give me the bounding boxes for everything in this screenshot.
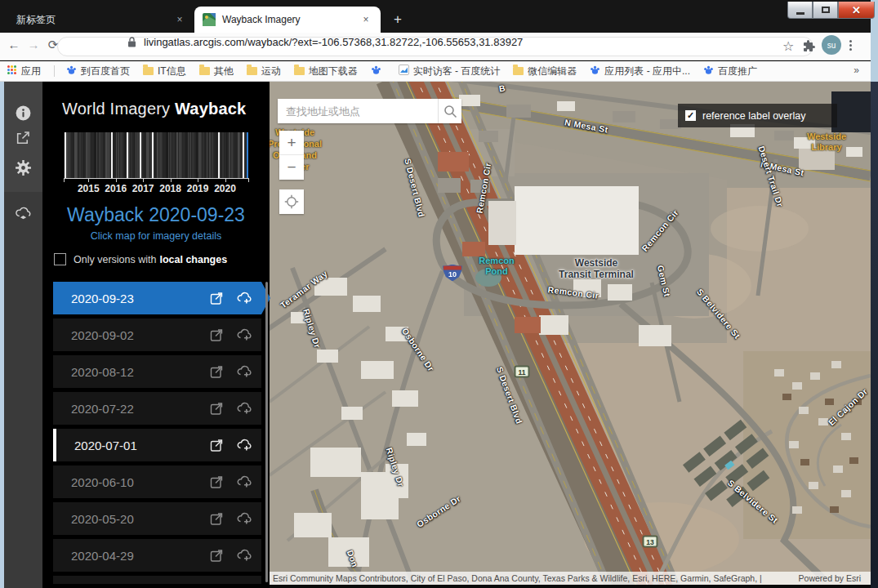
- bookmark-item-9[interactable]: 微信编辑器: [513, 65, 577, 78]
- version-list-item[interactable]: [53, 576, 261, 584]
- timeline-version-marker[interactable]: [140, 132, 141, 178]
- forward-button[interactable]: →: [25, 38, 42, 51]
- version-list-item[interactable]: 2020-04-29: [53, 539, 261, 572]
- close-icon: ✕: [852, 4, 861, 16]
- extensions-puzzle-icon[interactable]: [802, 40, 815, 53]
- open-item-icon[interactable]: [209, 474, 225, 490]
- timeline-year-labels: 201520162017201820192020: [64, 183, 248, 194]
- tab-strip: 新标签页 × Wayback Imagery × +: [8, 7, 408, 33]
- browser-menu-icon[interactable]: [849, 38, 853, 52]
- version-list-item[interactable]: 2020-08-12: [53, 355, 261, 388]
- street-label: Teramar Way: [279, 268, 329, 310]
- search-icon[interactable]: [438, 99, 461, 123]
- version-date: 2020-06-10: [53, 475, 134, 489]
- bookmark-item-5[interactable]: 运动: [247, 65, 281, 78]
- apps-grid-icon: [7, 65, 17, 75]
- tab-new-tab-page[interactable]: 新标签页 ×: [8, 7, 194, 33]
- timeline-axis: [64, 178, 248, 179]
- version-list-item[interactable]: 2020-05-20: [53, 502, 261, 535]
- bookmark-item-8[interactable]: 实时访客 - 百度统计: [399, 65, 501, 78]
- locate-button[interactable]: [279, 189, 304, 214]
- timeline-year-label: 2015: [78, 183, 100, 194]
- add-to-map-cloud-icon[interactable]: [236, 364, 252, 380]
- bookmark-item-11[interactable]: 百度推广: [703, 65, 757, 78]
- zoom-out-button[interactable]: −: [279, 155, 304, 180]
- arcgis-online-cloud-icon[interactable]: [15, 206, 32, 223]
- bookmarks-separator: [54, 65, 55, 77]
- tab-wayback-imagery[interactable]: Wayback Imagery ×: [194, 7, 381, 33]
- bookmark-item-2[interactable]: 到百度首页: [66, 65, 130, 78]
- version-list-item[interactable]: 2020-07-22: [53, 392, 261, 425]
- info-icon[interactable]: [15, 105, 32, 122]
- bookmark-label: IT信息: [158, 65, 186, 78]
- version-timeline[interactable]: [64, 132, 248, 178]
- back-button[interactable]: ←: [5, 38, 23, 51]
- url-text[interactable]: livingatlas.arcgis.com/wayback/?ext=-106…: [144, 37, 523, 48]
- sidebar-scrollbar[interactable]: [265, 282, 268, 582]
- version-list-item[interactable]: 2020-06-10: [53, 466, 261, 498]
- map-label-overlay: N Mesa StN Mesa StWestsideLibraryDesert …: [270, 82, 871, 588]
- add-to-map-cloud-icon[interactable]: [236, 548, 252, 564]
- minimize-button[interactable]: [787, 2, 813, 19]
- open-item-icon[interactable]: [209, 364, 225, 380]
- open-item-icon[interactable]: [209, 291, 225, 306]
- tab-close-icon[interactable]: ×: [173, 13, 186, 26]
- local-changes-filter[interactable]: Only versions withlocal changes: [54, 253, 227, 265]
- bookmark-item-10[interactable]: 应用列表 - 应用中...: [590, 65, 690, 78]
- street-label: Don: [345, 549, 361, 568]
- share-icon[interactable]: [15, 129, 32, 146]
- open-item-icon[interactable]: [209, 438, 225, 453]
- filter-checkbox[interactable]: [54, 253, 66, 265]
- imagery-details-hint[interactable]: Click map for imagery details: [42, 230, 270, 242]
- add-to-map-cloud-icon[interactable]: [236, 511, 252, 527]
- open-item-icon[interactable]: [209, 327, 225, 343]
- version-list-item[interactable]: 2020-09-23: [53, 282, 261, 314]
- map-search-input[interactable]: [278, 99, 438, 123]
- zoom-in-button[interactable]: +: [279, 131, 304, 155]
- maximize-button[interactable]: [813, 2, 838, 19]
- profile-avatar[interactable]: su: [822, 35, 841, 55]
- bookmark-item-4[interactable]: 其他: [199, 65, 234, 78]
- open-item-icon[interactable]: [209, 511, 225, 527]
- version-date: 2020-07-22: [53, 402, 134, 416]
- bookmark-item-7[interactable]: [371, 65, 386, 78]
- bookmark-item-3[interactable]: IT信息: [143, 65, 186, 78]
- interstate-shield-icon: 10: [443, 265, 462, 282]
- bookmarks-overflow-chevron[interactable]: »: [853, 65, 859, 76]
- open-item-icon[interactable]: [209, 401, 225, 416]
- add-to-map-cloud-icon[interactable]: [236, 291, 252, 306]
- timeline-version-marker[interactable]: [152, 132, 154, 178]
- attribution-sources: Esri Community Maps Contributors, City o…: [270, 573, 799, 583]
- street-label: S Belvidere St: [726, 478, 780, 525]
- add-to-map-cloud-icon[interactable]: [236, 401, 252, 416]
- add-to-map-cloud-icon[interactable]: [236, 474, 252, 490]
- timeline-version-marker[interactable]: [65, 132, 66, 178]
- timeline-version-marker[interactable]: [111, 132, 113, 178]
- open-item-icon[interactable]: [209, 548, 225, 564]
- timeline-version-marker[interactable]: [127, 132, 128, 178]
- timeline-year-label: 2016: [105, 183, 127, 194]
- tab-close-icon[interactable]: ×: [359, 13, 372, 26]
- timeline-version-marker[interactable]: [218, 132, 220, 178]
- overlay-checkbox[interactable]: ✓: [685, 110, 696, 121]
- timeline-active-marker[interactable]: [247, 132, 248, 178]
- version-list-item[interactable]: 2020-09-02: [53, 318, 261, 351]
- timeline-version-marker[interactable]: [243, 132, 244, 178]
- bookmark-label: 实时访客 - 百度统计: [413, 65, 501, 78]
- add-to-map-cloud-icon[interactable]: [236, 327, 252, 343]
- version-list-item[interactable]: 2020-07-01: [53, 429, 261, 461]
- tab-title: 新标签页: [16, 13, 56, 27]
- bookmark-item-6[interactable]: 地图下载器: [294, 65, 358, 78]
- settings-gear-icon[interactable]: [15, 159, 32, 176]
- map-canvas[interactable]: N Mesa StN Mesa StWestsideLibraryDesert …: [270, 82, 871, 588]
- bookmark-star-icon[interactable]: ☆: [782, 38, 794, 54]
- close-button[interactable]: ✕: [838, 2, 875, 19]
- bookmark-item-1[interactable]: 应用: [7, 65, 41, 78]
- map-search-box[interactable]: [278, 99, 461, 123]
- add-to-map-cloud-icon[interactable]: [236, 438, 252, 453]
- street-label: Desert Trail Dr: [756, 145, 785, 208]
- new-tab-button[interactable]: +: [387, 9, 408, 30]
- version-date: 2020-05-20: [53, 512, 134, 526]
- desktop-edge: [0, 82, 4, 588]
- reference-label-overlay-toggle[interactable]: ✓ reference label overlay: [678, 104, 837, 127]
